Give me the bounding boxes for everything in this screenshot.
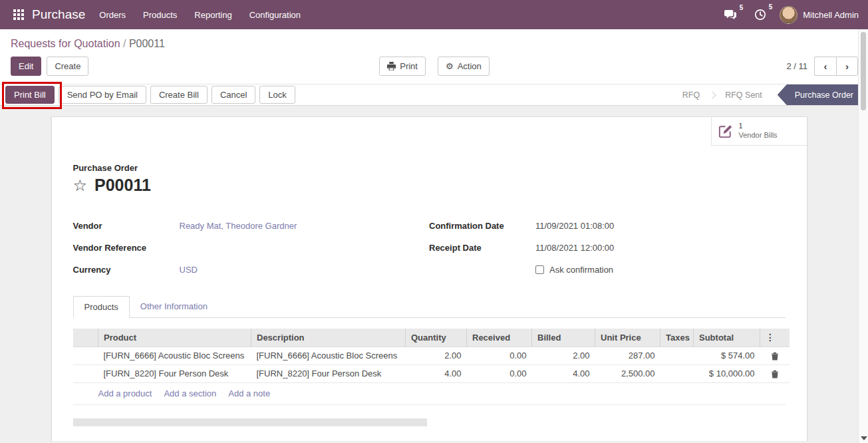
delete-row-button[interactable] <box>760 365 790 382</box>
cell-quantity[interactable]: 4.00 <box>406 365 467 382</box>
statusbar-buttons: Print Bill Send PO by Email Create Bill … <box>5 86 295 104</box>
vendor-bills-smart-button[interactable]: 1 Vendor Bills <box>711 117 807 146</box>
handle-column-header <box>73 329 98 347</box>
cell-subtotal[interactable]: $ 574.00 <box>694 347 760 365</box>
pager-value: 2 / 11 <box>786 61 807 71</box>
stage-purchase-order-active[interactable]: Purchase Order <box>778 84 868 105</box>
messages-badge: 5 <box>740 4 744 11</box>
gear-icon: ⚙ <box>446 61 454 71</box>
button-box: 1 Vendor Bills <box>52 117 807 146</box>
add-a-section-link[interactable]: Add a section <box>164 388 216 398</box>
cell-unit-price[interactable]: 2,500.00 <box>595 365 660 382</box>
column-header-subtotal[interactable]: Subtotal <box>694 329 760 347</box>
tab-other-information[interactable]: Other Information <box>130 296 218 317</box>
form-view-content: 1 Vendor Bills Purchase Order ☆ P00011 V… <box>0 106 868 441</box>
edit-button[interactable]: Edit <box>11 57 41 76</box>
column-header-description[interactable]: Description <box>251 329 406 347</box>
apps-menu-button[interactable] <box>7 5 31 24</box>
pager-next-button[interactable]: › <box>836 57 858 76</box>
create-bill-button[interactable]: Create Bill <box>150 86 208 104</box>
add-a-product-link[interactable]: Add a product <box>98 388 152 398</box>
favorite-star-icon[interactable]: ☆ <box>73 178 88 194</box>
trash-icon <box>771 352 779 361</box>
column-header-taxes[interactable]: Taxes <box>660 329 694 347</box>
print-button[interactable]: Print <box>379 57 426 76</box>
control-panel-buttons: Edit Create Print ⚙ Action 2 / 11 ‹ › <box>0 53 868 84</box>
nav-menu-reporting[interactable]: Reporting <box>186 1 240 29</box>
chevron-right-icon: › <box>845 61 849 72</box>
stage-rfq-sent[interactable]: RFQ Sent <box>716 90 771 100</box>
pager-previous-button[interactable]: ‹ <box>814 57 836 76</box>
row-handle-cell[interactable] <box>73 347 98 365</box>
create-button[interactable]: Create <box>47 57 88 76</box>
kebab-icon: ⋮ <box>766 332 775 343</box>
cell-subtotal[interactable]: $ 10,000.00 <box>694 365 760 382</box>
list-footer-links: Add a product Add a section Add a note <box>73 383 786 405</box>
cell-product[interactable]: [FURN_6666] Acoustic Bloc Screens <box>98 347 251 365</box>
cell-taxes[interactable] <box>660 365 694 382</box>
messages-menu-button[interactable]: 5 <box>720 7 741 23</box>
cell-unit-price[interactable]: 287.00 <box>595 347 660 365</box>
table-row[interactable]: [FURN_6666] Acoustic Bloc Screens [FURN_… <box>73 347 790 365</box>
confirmation-date-label: Confirmation Date <box>429 221 535 231</box>
clock-icon <box>754 9 766 21</box>
tab-products[interactable]: Products <box>73 296 130 318</box>
cell-billed[interactable]: 2.00 <box>532 347 595 365</box>
breadcrumb-parent-link[interactable]: Requests for Quotation <box>11 38 120 49</box>
action-button[interactable]: ⚙ Action <box>438 57 490 76</box>
breadcrumb-separator: / <box>120 38 129 49</box>
scrollbar-thumb[interactable] <box>861 32 866 110</box>
stage-rfq[interactable]: RFQ <box>674 90 708 100</box>
activities-menu-button[interactable]: 5 <box>750 6 770 23</box>
cell-received[interactable]: 0.00 <box>467 365 532 382</box>
nav-menu-products[interactable]: Products <box>134 1 186 29</box>
column-header-received[interactable]: Received <box>467 329 532 347</box>
column-header-unit-price[interactable]: Unit Price <box>595 329 660 347</box>
document-type-label: Purchase Order <box>73 163 786 173</box>
cell-description[interactable]: [FURN_6666] Acoustic Bloc Screens <box>251 347 406 365</box>
pager: ‹ › <box>814 57 858 76</box>
notebook-tabs: Products Other Information <box>73 296 786 318</box>
order-lines-table: Product Description Quantity Received Bi… <box>73 329 790 383</box>
cancel-button[interactable]: Cancel <box>212 86 255 104</box>
receipt-date-label: Receipt Date <box>429 243 535 253</box>
vertical-scrollbar[interactable] <box>858 29 868 443</box>
table-header-row: Product Description Quantity Received Bi… <box>73 329 790 347</box>
activities-badge: 5 <box>769 3 773 11</box>
column-header-billed[interactable]: Billed <box>532 329 595 347</box>
app-name[interactable]: Purchase <box>32 7 85 22</box>
print-button-label: Print <box>400 61 418 71</box>
cell-billed[interactable]: 4.00 <box>532 365 595 382</box>
add-a-note-link[interactable]: Add a note <box>228 388 270 398</box>
ask-confirmation-label: Ask confirmation <box>549 265 613 275</box>
table-row[interactable]: [FURN_8220] Four Person Desk [FURN_8220]… <box>73 365 790 382</box>
row-handle-cell[interactable] <box>73 365 98 382</box>
print-bill-button[interactable]: Print Bill <box>5 86 55 104</box>
statusbar: Print Bill Send PO by Email Create Bill … <box>0 84 868 106</box>
vendor-label: Vendor <box>73 221 180 231</box>
vendor-value-link[interactable]: Ready Mat, Theodore Gardner <box>180 221 297 231</box>
chat-icon <box>724 9 737 21</box>
apps-grid-icon <box>13 9 24 20</box>
delete-row-button[interactable] <box>760 347 790 365</box>
cell-received[interactable]: 0.00 <box>467 347 532 365</box>
cell-quantity[interactable]: 2.00 <box>406 347 467 365</box>
send-po-by-email-button[interactable]: Send PO by Email <box>59 86 146 104</box>
control-panel: Requests for Quotation / P00011 Edit Cre… <box>0 29 868 84</box>
column-header-quantity[interactable]: Quantity <box>406 329 467 347</box>
optional-columns-toggle[interactable]: ⋮ <box>760 329 790 347</box>
nav-menu-orders[interactable]: Orders <box>90 1 134 29</box>
cell-product[interactable]: [FURN_8220] Four Person Desk <box>98 365 251 382</box>
top-navbar: Purchase Orders Products Reporting Confi… <box>0 0 868 29</box>
breadcrumb-current: P00011 <box>129 38 165 49</box>
currency-value-link[interactable]: USD <box>180 265 198 275</box>
cell-taxes[interactable] <box>660 347 694 365</box>
user-menu[interactable]: Mitchell Admin <box>803 10 859 20</box>
nav-menu-configuration[interactable]: Configuration <box>241 1 309 29</box>
lock-button[interactable]: Lock <box>259 86 295 104</box>
scrollbar-down-arrow-icon[interactable] <box>861 436 867 440</box>
user-avatar[interactable] <box>780 6 797 24</box>
ask-confirmation-checkbox[interactable] <box>535 265 544 274</box>
cell-description[interactable]: [FURN_8220] Four Person Desk <box>251 365 406 382</box>
column-header-product[interactable]: Product <box>98 329 251 347</box>
